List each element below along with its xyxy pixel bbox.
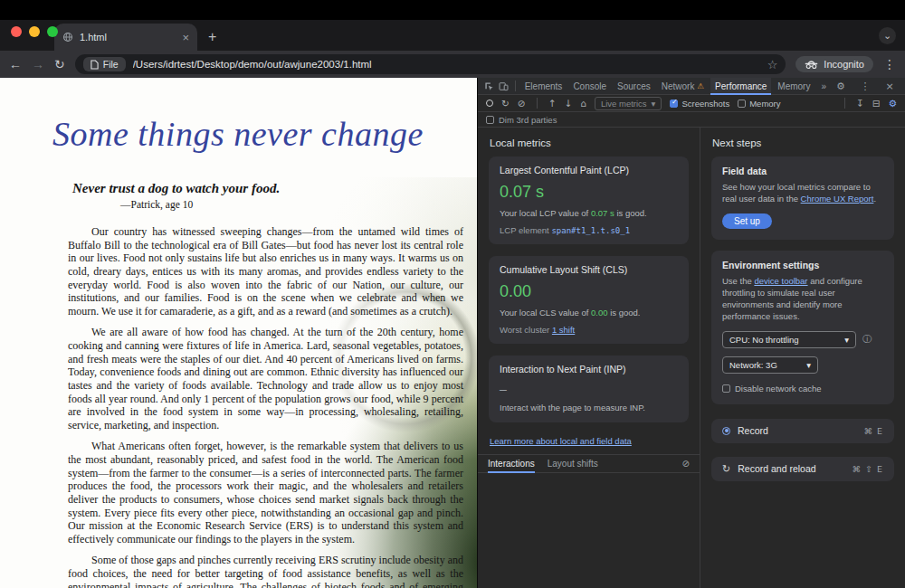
crux-report-link[interactable]: Chrome UX Report: [801, 194, 874, 204]
cls-desc-value: 0.00: [591, 308, 608, 318]
interactions-tab-bar: Interactions Layout shifts ⊘: [478, 454, 700, 473]
new-tab-button[interactable]: +: [208, 30, 216, 44]
cpu-throttling-row: CPU: No throttling ▾ ⓘ: [722, 331, 883, 348]
address-bar[interactable]: File /Users/idrtest/Desktop/demo/out/awj…: [75, 54, 786, 74]
device-toolbar-link[interactable]: device toolbar: [754, 276, 807, 286]
article-paragraph: We are all aware of how food has changed…: [68, 326, 463, 432]
incognito-badge: Incognito: [795, 56, 873, 72]
back-icon[interactable]: ←: [9, 58, 22, 71]
record-and-reload-button[interactable]: ↻ Record and reload ⌘ ⇧ E: [711, 457, 894, 481]
lcp-element-label: LCP element: [500, 225, 551, 235]
devtools-menu-icon[interactable]: ⋮: [857, 78, 873, 95]
tab-console[interactable]: Console: [568, 78, 611, 95]
cls-cluster-link[interactable]: 1 shift: [552, 325, 575, 335]
checkbox-checked-icon: [670, 100, 678, 108]
device-toolbar-icon[interactable]: [498, 78, 510, 95]
lcp-title: Largest Contentful Paint (LCP): [500, 165, 678, 175]
performance-body: Local metrics Largest Contentful Paint (…: [478, 128, 905, 588]
tab-interactions[interactable]: Interactions: [488, 454, 535, 473]
tab-elements[interactable]: Elements: [520, 78, 567, 95]
cls-cluster-label: Worst cluster: [500, 325, 552, 335]
article-title: Some things never change: [52, 114, 477, 154]
cpu-throttling-select[interactable]: CPU: No throttling ▾: [722, 331, 856, 348]
network-warning-icon: ⚠: [697, 81, 704, 90]
lcp-desc-suffix: is good.: [614, 208, 647, 218]
browser-tab[interactable]: 1.html ×: [54, 24, 197, 51]
history-dropdown-label: Live metrics: [601, 99, 647, 109]
dim-label: Dim 3rd parties: [499, 115, 557, 125]
field-data-body: See how your local metrics compare to re…: [722, 181, 883, 205]
clear-icon[interactable]: ⊘: [518, 99, 526, 109]
zoom-window-button[interactable]: [47, 26, 58, 37]
forward-icon[interactable]: →: [32, 58, 44, 71]
article-paragraph: What Americans often forget, however, is…: [68, 440, 463, 545]
record-button[interactable]: Record ⌘ E: [711, 419, 894, 443]
learn-more-link[interactable]: Learn more about local and field data: [490, 436, 632, 446]
load-profile-icon[interactable]: ↑: [548, 99, 557, 109]
screenshots-checkbox[interactable]: Screenshots: [670, 99, 729, 109]
capture-settings-gear-icon[interactable]: ⚙: [889, 99, 897, 109]
tab-performance[interactable]: Performance: [710, 78, 771, 95]
block-icon[interactable]: ⊘: [682, 459, 690, 469]
dock-icon[interactable]: ⊟: [872, 99, 881, 109]
save-profile-icon[interactable]: ↓: [564, 99, 572, 109]
chevron-down-icon: ▾: [806, 360, 811, 370]
inspect-element-icon[interactable]: [483, 78, 496, 95]
tab-memory[interactable]: Memory: [773, 78, 814, 95]
close-devtools-icon[interactable]: ×: [881, 78, 898, 95]
dim-checkbox[interactable]: [486, 116, 494, 124]
memory-checkbox[interactable]: Memory: [738, 99, 780, 109]
network-throttling-value: Network: 3G: [729, 360, 777, 370]
disable-cache-row[interactable]: Disable network cache: [722, 384, 883, 394]
tab-title: 1.html: [80, 32, 176, 43]
minimize-window-button[interactable]: [29, 26, 40, 37]
record-shortcut: ⌘ E: [863, 426, 883, 436]
cls-desc-suffix: is good.: [608, 308, 641, 318]
tab-sources[interactable]: Sources: [613, 78, 655, 95]
tab-search-button[interactable]: ⌄: [879, 27, 896, 44]
lcp-desc-value: 0.07 s: [591, 208, 614, 218]
tab-close-icon[interactable]: ×: [182, 32, 189, 43]
checkbox-icon: [738, 100, 746, 108]
environment-settings-title: Environment settings: [722, 260, 883, 270]
reload-icon[interactable]: ↻: [54, 58, 65, 71]
lcp-description: Your local LCP value of 0.07 s is good.: [500, 208, 678, 220]
environment-settings-body: Use the device toolbar and configure thr…: [722, 275, 883, 323]
lcp-value: 0.07 s: [500, 183, 678, 202]
record-icon[interactable]: [486, 100, 493, 107]
browser-menu-icon[interactable]: ⋮: [883, 57, 896, 71]
bookmark-star-icon[interactable]: ☆: [767, 58, 778, 71]
more-tabs-icon[interactable]: »: [816, 78, 831, 95]
window-controls: [11, 26, 58, 37]
field-data-text-suffix: .: [873, 194, 876, 204]
set-up-button[interactable]: Set up: [722, 213, 772, 229]
cpu-throttling-value: CPU: No throttling: [729, 335, 799, 345]
screenshots-label: Screenshots: [681, 99, 729, 109]
incognito-icon: [805, 60, 818, 69]
disable-cache-checkbox[interactable]: [722, 384, 730, 393]
learn-more-row: Learn more about local and field data: [490, 436, 688, 446]
record-reload-icon[interactable]: ↻: [501, 99, 510, 109]
home-icon[interactable]: ⌂: [580, 99, 586, 109]
inp-description: Interact with the page to measure INP.: [500, 403, 678, 414]
settings-gear-icon[interactable]: ⚙: [833, 78, 849, 95]
file-chip-label: File: [103, 59, 119, 70]
record-reload-shortcut: ⌘ ⇧ E: [852, 464, 883, 474]
file-chip[interactable]: File: [83, 57, 126, 71]
inp-card: Interaction to Next Paint (INP) – Intera…: [489, 356, 689, 423]
lcp-element-row: LCP element span#t1_1.t.s0_1: [500, 225, 678, 235]
lcp-element-link[interactable]: span#t1_1.t.s0_1: [551, 226, 630, 235]
inp-value: –: [500, 382, 678, 396]
tab-network[interactable]: Network ⚠: [657, 78, 709, 95]
memory-label: Memory: [749, 99, 780, 109]
save-icon[interactable]: ↧: [856, 99, 864, 109]
close-window-button[interactable]: [11, 26, 22, 37]
network-throttling-select[interactable]: Network: 3G ▾: [722, 356, 818, 374]
tab-layout-shifts[interactable]: Layout shifts: [548, 454, 598, 473]
record-blue-icon: [722, 427, 730, 435]
cls-desc-prefix: Your local CLS value of: [500, 308, 591, 318]
info-icon[interactable]: ⓘ: [862, 333, 872, 346]
url-text[interactable]: /Users/idrtest/Desktop/demo/out/awjune20…: [133, 59, 760, 70]
divider: [537, 98, 538, 109]
history-dropdown[interactable]: Live metrics ▾: [595, 97, 662, 110]
